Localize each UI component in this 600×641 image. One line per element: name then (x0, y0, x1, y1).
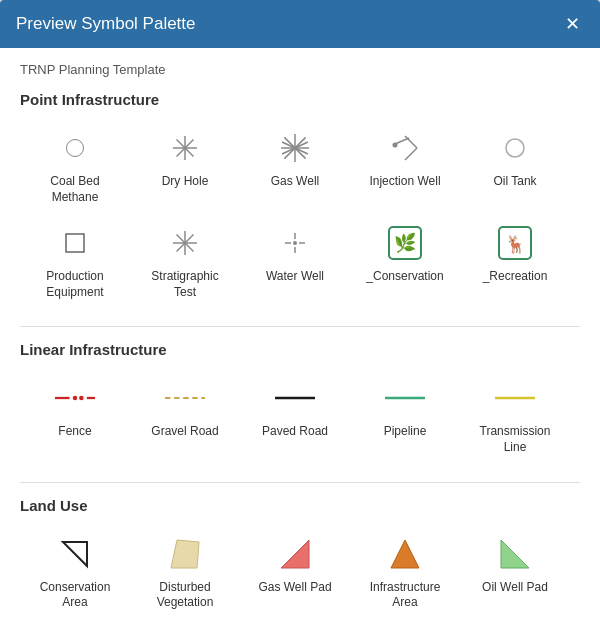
section-title-point: Point Infrastructure (20, 91, 580, 108)
paved-road-label: Paved Road (262, 424, 328, 440)
svg-marker-38 (171, 540, 199, 568)
disturbed-vegetation-label: DisturbedVegetation (157, 580, 214, 611)
svg-line-10 (405, 136, 417, 148)
infrastructure-area-label: InfrastructureArea (370, 580, 441, 611)
symbol-gas-well-pad[interactable]: Gas Well Pad (240, 526, 350, 621)
pipeline-label: Pipeline (384, 424, 427, 440)
coal-bed-methane-label: Coal BedMethane (50, 174, 99, 205)
gas-well-label: Gas Well (271, 174, 319, 190)
symbol-oil-tank[interactable]: Oil Tank (460, 120, 570, 215)
conservation-label: _Conservation (366, 269, 443, 285)
close-button[interactable]: ✕ (561, 15, 584, 33)
svg-line-11 (405, 148, 417, 160)
symbol-stratigraphic-test[interactable]: StratigraphicTest (130, 215, 240, 310)
conservation-area-label: ConservationArea (40, 580, 111, 611)
gravel-road-icon (165, 378, 205, 418)
transmission-line-label: TransmissionLine (480, 424, 551, 455)
symbol-disturbed-vegetation[interactable]: DisturbedVegetation (130, 526, 240, 621)
dialog-header: Preview Symbol Palette ✕ (0, 0, 600, 48)
dialog-title: Preview Symbol Palette (16, 14, 196, 34)
production-equipment-icon (55, 223, 95, 263)
water-well-icon (275, 223, 315, 263)
symbol-production-equipment[interactable]: ProductionEquipment (20, 215, 130, 310)
disturbed-vegetation-icon (165, 534, 205, 574)
oil-tank-icon (495, 128, 535, 168)
symbol-gravel-road[interactable]: Gravel Road (130, 370, 240, 465)
svg-text:🦌: 🦌 (505, 234, 527, 255)
svg-rect-15 (66, 234, 84, 252)
symbol-paved-road[interactable]: Paved Road (240, 370, 350, 465)
recreation-label: _Recreation (483, 269, 548, 285)
production-equipment-label: ProductionEquipment (46, 269, 103, 300)
coal-bed-methane-icon (55, 128, 95, 168)
svg-point-31 (79, 396, 84, 401)
point-infrastructure-grid: Coal BedMethane Dry Hole (20, 120, 580, 310)
svg-point-13 (393, 143, 398, 148)
gas-well-pad-icon (275, 534, 315, 574)
pipeline-icon (385, 378, 425, 418)
dialog-body: TRNP Planning Template Point Infrastruct… (0, 48, 600, 641)
dialog: Preview Symbol Palette ✕ TRNP Planning T… (0, 0, 600, 641)
svg-point-30 (73, 396, 78, 401)
symbol-recreation[interactable]: 🦌 _Recreation (460, 215, 570, 310)
land-use-grid: ConservationArea DisturbedVegetation Gas… (20, 526, 580, 621)
symbol-pipeline[interactable]: Pipeline (350, 370, 460, 465)
template-name: TRNP Planning Template (20, 62, 580, 77)
symbol-conservation-area[interactable]: ConservationArea (20, 526, 130, 621)
oil-tank-label: Oil Tank (493, 174, 536, 190)
linear-infrastructure-grid: Fence Gravel Road Paved Road (20, 370, 580, 465)
symbol-injection-well[interactable]: Injection Well (350, 120, 460, 215)
svg-line-12 (395, 138, 409, 144)
svg-marker-37 (63, 542, 87, 566)
recreation-icon: 🦌 (495, 223, 535, 263)
section-title-land-use: Land Use (20, 497, 580, 514)
symbol-fence[interactable]: Fence (20, 370, 130, 465)
symbol-infrastructure-area[interactable]: InfrastructureArea (350, 526, 460, 621)
fence-label: Fence (58, 424, 91, 440)
conservation-icon: 🌿 (385, 223, 425, 263)
svg-text:🌿: 🌿 (394, 232, 417, 254)
symbol-transmission-line[interactable]: TransmissionLine (460, 370, 570, 465)
divider-2 (20, 482, 580, 483)
transmission-line-icon (495, 378, 535, 418)
infrastructure-area-icon (385, 534, 425, 574)
svg-marker-40 (391, 540, 419, 568)
injection-well-label: Injection Well (369, 174, 440, 190)
oil-well-pad-label: Oil Well Pad (482, 580, 548, 596)
divider-1 (20, 326, 580, 327)
svg-marker-39 (281, 540, 309, 568)
gravel-road-label: Gravel Road (151, 424, 218, 440)
dry-hole-icon (165, 128, 205, 168)
symbol-dry-hole[interactable]: Dry Hole (130, 120, 240, 215)
section-title-linear: Linear Infrastructure (20, 341, 580, 358)
stratigraphic-test-icon (165, 223, 205, 263)
fence-icon (55, 378, 95, 418)
svg-marker-41 (501, 540, 529, 568)
gas-well-icon (275, 128, 315, 168)
symbol-water-well[interactable]: Water Well (240, 215, 350, 310)
dry-hole-label: Dry Hole (162, 174, 209, 190)
injection-well-icon (385, 128, 425, 168)
svg-point-20 (293, 241, 297, 245)
conservation-area-icon (55, 534, 95, 574)
symbol-coal-bed-methane[interactable]: Coal BedMethane (20, 120, 130, 215)
paved-road-icon (275, 378, 315, 418)
symbol-gas-well[interactable]: Gas Well (240, 120, 350, 215)
gas-well-pad-label: Gas Well Pad (258, 580, 331, 596)
water-well-label: Water Well (266, 269, 324, 285)
stratigraphic-test-label: StratigraphicTest (151, 269, 218, 300)
symbol-oil-well-pad[interactable]: Oil Well Pad (460, 526, 570, 621)
svg-point-14 (506, 139, 524, 157)
symbol-conservation[interactable]: 🌿 _Conservation (350, 215, 460, 310)
oil-well-pad-icon (495, 534, 535, 574)
